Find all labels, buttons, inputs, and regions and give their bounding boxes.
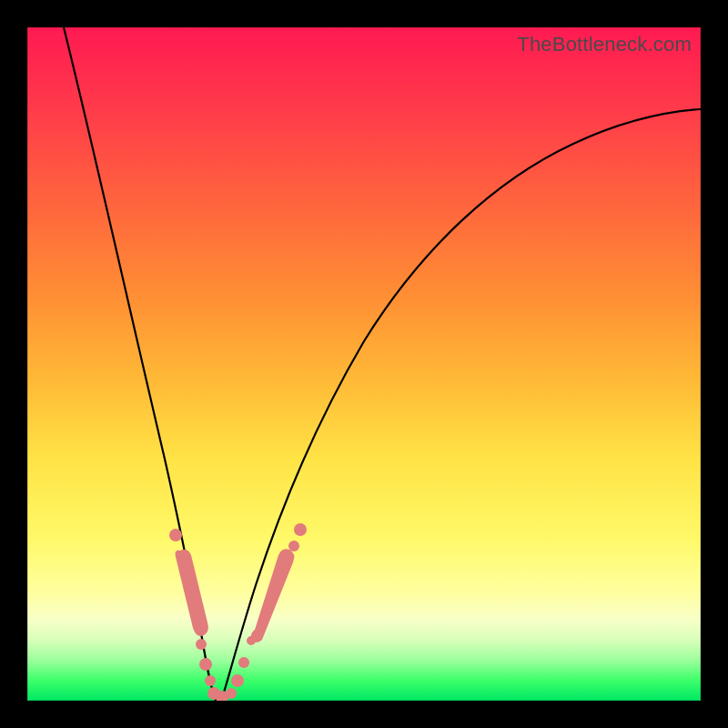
curve-group xyxy=(64,27,701,701)
curve-marker-group xyxy=(169,523,307,701)
curve-marker-dot xyxy=(196,639,207,650)
chart-frame: TheBottleneck.com xyxy=(0,0,728,728)
curve-marker-dot xyxy=(238,657,249,668)
curve-marker-pill xyxy=(251,549,294,642)
curve-marker-dot xyxy=(288,541,299,551)
curve-right-branch xyxy=(221,109,701,701)
curve-marker-dot xyxy=(205,675,216,686)
curve-marker-dot xyxy=(294,523,307,536)
curve-marker-dot xyxy=(169,529,182,541)
curve-marker-dot xyxy=(199,658,212,671)
bottleneck-curve xyxy=(27,27,701,701)
curve-marker-dot xyxy=(231,674,244,687)
curve-marker-dot xyxy=(226,688,237,699)
curve-marker-pill xyxy=(176,550,208,636)
chart-plot-area: TheBottleneck.com xyxy=(27,27,701,701)
